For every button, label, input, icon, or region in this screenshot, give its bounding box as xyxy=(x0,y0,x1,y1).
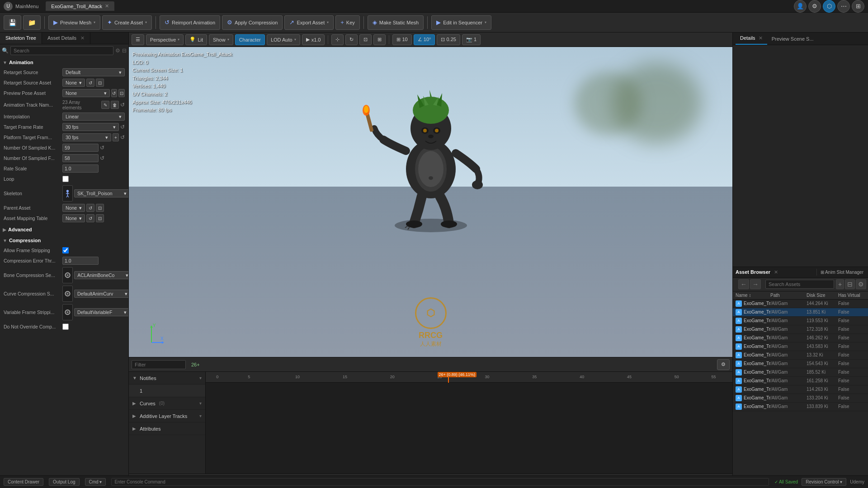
asset-row[interactable]: A ExoGame_Troll_ /All/Gam 13.851 Ki Fals… xyxy=(733,308,868,317)
asset-filter-btn[interactable]: ⊟ xyxy=(845,279,855,289)
asset-row[interactable]: A ExoGame_Troll_ /All/Gam 172.318 Ki Fal… xyxy=(733,325,868,334)
col-name[interactable]: Name ↕ xyxy=(736,293,770,298)
cmd-btn[interactable]: Cmd ▾ xyxy=(85,478,106,486)
asset-row[interactable]: A ExoGame_Troll_ /All/Gam 185.52 Ki Fals… xyxy=(733,368,868,377)
variable-frame-dropdown[interactable]: DefaultVariableF▾ xyxy=(74,308,128,316)
nav-forward-btn[interactable]: → xyxy=(750,279,761,289)
target-frame-rate-dropdown[interactable]: 30 fps▾ xyxy=(62,123,119,131)
show-btn[interactable]: Show ▾ xyxy=(209,34,233,45)
asset-mapping-dropdown[interactable]: None▾ xyxy=(62,214,85,222)
curve-compression-dropdown[interactable]: DefaultAnimCurv▾ xyxy=(74,290,128,298)
more-icon[interactable]: ⋯ xyxy=(837,0,850,13)
hamburger-menu-btn[interactable]: ☰ xyxy=(132,34,144,45)
asset-settings-btn[interactable]: ⚙ xyxy=(856,279,866,289)
asset-details-tab[interactable]: Asset Details ✕ xyxy=(42,33,90,44)
console-input[interactable] xyxy=(111,478,769,486)
grid-btn[interactable]: ⊞ 10 xyxy=(392,34,411,45)
angle-btn[interactable]: ∠ 10° xyxy=(414,34,435,45)
skeleton-dropdown[interactable]: SK_Troll_Poison▾ xyxy=(74,189,128,197)
perspective-btn[interactable]: Perspective ▾ xyxy=(146,34,184,45)
scale-snap-btn[interactable]: ⊡ 0.25 xyxy=(437,34,460,45)
platform-target-reset[interactable]: ↺ xyxy=(120,134,125,141)
compression-section-header[interactable]: ▼ Compression xyxy=(2,236,127,245)
asset-row[interactable]: A ExoGame_Troll_ /All/Gam 133.204 Ki Fal… xyxy=(733,394,868,403)
asset-row[interactable]: A ExoGame_Troll_ /All/Gam 161.258 Ki Fal… xyxy=(733,377,868,385)
num-sampled-f-reset[interactable]: ↺ xyxy=(100,155,104,161)
edit-sequencer-btn[interactable]: ▶ Edit in Sequencer ▾ xyxy=(431,15,491,30)
anim-slot-manager-tab[interactable]: ⊞ Anim Slot Manager xyxy=(816,269,865,276)
num-sampled-f-input[interactable] xyxy=(62,154,99,162)
anim-track-edit-btn[interactable]: ✎ xyxy=(101,101,109,109)
preview-pose-dropdown[interactable]: None▾ xyxy=(62,89,110,97)
allow-frame-stripping-checkbox[interactable] xyxy=(62,247,69,253)
asset-row[interactable]: A ExoGame_Troll_ /All/Gam 143.583 Ki Fal… xyxy=(733,343,868,351)
skeleton-tree-tab[interactable]: Skeleton Tree xyxy=(0,33,42,44)
lit-btn[interactable]: 💡 Lit xyxy=(185,34,207,45)
details-tab[interactable]: Details ✕ xyxy=(736,33,767,45)
asset-details-close[interactable]: ✕ xyxy=(80,35,85,41)
track-row-attributes[interactable]: ▶ Attributes xyxy=(129,422,205,435)
layout-icon[interactable]: ⊞ xyxy=(852,0,864,13)
content-drawer-btn[interactable]: Content Drawer xyxy=(4,478,43,486)
platform-target-add-btn[interactable]: + xyxy=(113,133,119,141)
interpolation-dropdown[interactable]: Linear▾ xyxy=(62,113,125,121)
compression-error-input[interactable] xyxy=(62,257,99,265)
num-sampled-k-input[interactable] xyxy=(62,144,99,152)
asset-row[interactable]: A ExoGame_Troll_ /All/Gam 154.543 Ki Fal… xyxy=(733,360,868,368)
settings-icon[interactable]: ⚙ xyxy=(808,0,821,13)
asset-row[interactable]: A ExoGame_Troll_ /All/Gam 13.32 Ki False xyxy=(733,351,868,360)
asset-mapping-clear-btn[interactable]: ⊡ xyxy=(96,214,104,222)
lod-btn[interactable]: LOD Auto ▾ xyxy=(267,34,300,45)
apply-compression-btn[interactable]: ⚙ Apply Compression xyxy=(222,15,283,30)
save-btn[interactable]: 💾 xyxy=(4,15,21,30)
output-log-btn[interactable]: Output Log xyxy=(49,478,79,486)
anim-track-delete-btn[interactable]: 🗑 xyxy=(111,101,119,109)
target-frame-rate-reset[interactable]: ↺ xyxy=(120,124,125,130)
rate-scale-input[interactable] xyxy=(62,164,99,173)
export-asset-btn[interactable]: ↗ Export Asset ▾ xyxy=(284,15,334,30)
snap-btn[interactable]: ⊞ xyxy=(373,34,386,45)
advanced-section-header[interactable]: ▶ Advanced xyxy=(2,225,127,234)
details-tab-close[interactable]: ✕ xyxy=(759,35,763,41)
timeline-settings-btn[interactable]: ⚙ xyxy=(717,359,730,370)
do-not-override-checkbox[interactable] xyxy=(62,324,69,330)
preview-pose-clear-btn[interactable]: ⊡ xyxy=(118,89,125,97)
num-sampled-k-reset[interactable]: ↺ xyxy=(100,145,104,151)
anim-track-reset-btn[interactable]: ↺ xyxy=(120,102,125,108)
camera-btn[interactable]: 📷 1 xyxy=(462,34,481,45)
animation-section-header[interactable]: ▼ Animation xyxy=(2,58,127,67)
parent-asset-browse-btn[interactable]: ↺ xyxy=(86,204,94,212)
search-settings-icon[interactable]: ⚙ xyxy=(115,47,120,54)
retarget-source-asset-dropdown[interactable]: None▾ xyxy=(62,79,85,87)
asset-search-input[interactable] xyxy=(765,280,834,289)
active-tab[interactable]: ExoGame_Troll_Attack ✕ xyxy=(46,1,114,11)
track-row-additive[interactable]: ▶ Additive Layer Tracks ▾ xyxy=(129,410,205,422)
playback-speed-btn[interactable]: ▶ x1.0 xyxy=(302,34,325,45)
rotate-btn[interactable]: ↻ xyxy=(345,34,358,45)
reimport-btn[interactable]: ↺ Reimport Animation xyxy=(160,15,220,30)
parent-asset-dropdown[interactable]: None▾ xyxy=(62,204,85,212)
preview-scene-tab[interactable]: Preview Scene S... xyxy=(767,33,818,44)
create-asset-btn[interactable]: ✦ Create Asset ▾ xyxy=(102,15,152,30)
nav-back-btn[interactable]: ← xyxy=(738,279,749,289)
character-btn[interactable]: Character xyxy=(235,34,265,45)
asset-browser-close[interactable]: ✕ xyxy=(774,269,778,275)
retarget-asset-clear-btn[interactable]: ⊡ xyxy=(96,79,104,87)
user-icon[interactable]: 👤 xyxy=(794,0,807,13)
timeline-filter-input[interactable] xyxy=(132,360,186,369)
search-filter-icon[interactable]: ⊟ xyxy=(122,47,127,54)
asset-row[interactable]: A ExoGame_Troll_ /All/Gam 144.264 Ki Fal… xyxy=(733,300,868,308)
revision-control-btn[interactable]: Revision Control ▾ xyxy=(802,478,846,486)
open-btn[interactable]: 📁 xyxy=(23,15,41,30)
key-btn[interactable]: + Key xyxy=(335,15,360,30)
preview-mesh-btn[interactable]: ▶ Preview Mesh ▾ xyxy=(48,15,100,30)
tab-close[interactable]: ✕ xyxy=(105,3,109,9)
bone-compression-dropdown[interactable]: ACLAnimBoneCo▾ xyxy=(74,271,128,279)
asset-row[interactable]: A ExoGame_Troll_ /All/Gam 114.263 Ki Fal… xyxy=(733,385,868,394)
platform-target-dropdown[interactable]: 30 fps▾ xyxy=(62,133,111,141)
track-row-curves[interactable]: ▶ Curves (0) ▾ xyxy=(129,397,205,410)
loop-checkbox[interactable] xyxy=(62,176,69,182)
retarget-source-dropdown[interactable]: Default▾ xyxy=(62,68,125,76)
scale-btn[interactable]: ⊡ xyxy=(359,34,372,45)
asset-row[interactable]: A ExoGame_Troll_ /All/Gam 133.839 Ki Fal… xyxy=(733,403,868,411)
